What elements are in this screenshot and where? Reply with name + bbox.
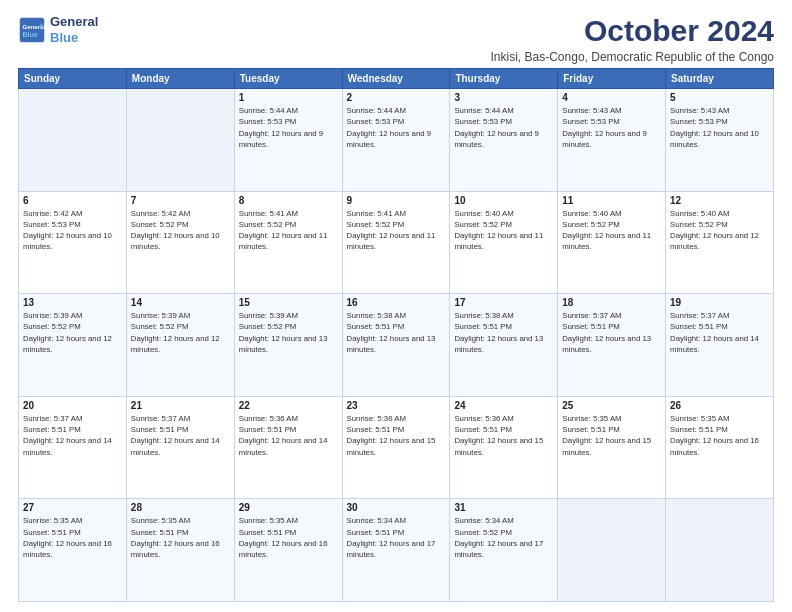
- day-info: Sunrise: 5:39 AMSunset: 5:52 PMDaylight:…: [131, 310, 230, 355]
- calendar-cell: 17Sunrise: 5:38 AMSunset: 5:51 PMDayligh…: [450, 294, 558, 397]
- day-number: 26: [670, 400, 769, 411]
- day-number: 10: [454, 195, 553, 206]
- calendar-cell: 6Sunrise: 5:42 AMSunset: 5:53 PMDaylight…: [19, 191, 127, 294]
- day-number: 22: [239, 400, 338, 411]
- day-number: 27: [23, 502, 122, 513]
- day-info: Sunrise: 5:42 AMSunset: 5:53 PMDaylight:…: [23, 208, 122, 253]
- calendar-cell: 8Sunrise: 5:41 AMSunset: 5:52 PMDaylight…: [234, 191, 342, 294]
- calendar-cell: 20Sunrise: 5:37 AMSunset: 5:51 PMDayligh…: [19, 396, 127, 499]
- day-info: Sunrise: 5:35 AMSunset: 5:51 PMDaylight:…: [131, 515, 230, 560]
- day-info: Sunrise: 5:41 AMSunset: 5:52 PMDaylight:…: [239, 208, 338, 253]
- logo: General Blue General Blue: [18, 14, 98, 45]
- day-info: Sunrise: 5:36 AMSunset: 5:51 PMDaylight:…: [239, 413, 338, 458]
- day-number: 2: [347, 92, 446, 103]
- calendar-cell: 7Sunrise: 5:42 AMSunset: 5:52 PMDaylight…: [126, 191, 234, 294]
- calendar-cell: 26Sunrise: 5:35 AMSunset: 5:51 PMDayligh…: [666, 396, 774, 499]
- day-info: Sunrise: 5:35 AMSunset: 5:51 PMDaylight:…: [239, 515, 338, 560]
- month-year: October 2024: [491, 14, 774, 48]
- day-number: 19: [670, 297, 769, 308]
- location: Inkisi, Bas-Congo, Democratic Republic o…: [491, 50, 774, 64]
- day-number: 3: [454, 92, 553, 103]
- day-info: Sunrise: 5:39 AMSunset: 5:52 PMDaylight:…: [239, 310, 338, 355]
- svg-text:Blue: Blue: [22, 31, 37, 38]
- calendar-cell: 9Sunrise: 5:41 AMSunset: 5:52 PMDaylight…: [342, 191, 450, 294]
- calendar-cell: [666, 499, 774, 602]
- day-number: 25: [562, 400, 661, 411]
- calendar-cell: 2Sunrise: 5:44 AMSunset: 5:53 PMDaylight…: [342, 89, 450, 192]
- day-info: Sunrise: 5:42 AMSunset: 5:52 PMDaylight:…: [131, 208, 230, 253]
- calendar-cell: 14Sunrise: 5:39 AMSunset: 5:52 PMDayligh…: [126, 294, 234, 397]
- calendar-cell: [19, 89, 127, 192]
- day-number: 5: [670, 92, 769, 103]
- day-info: Sunrise: 5:34 AMSunset: 5:52 PMDaylight:…: [454, 515, 553, 560]
- day-header-tuesday: Tuesday: [234, 69, 342, 89]
- calendar-cell: 21Sunrise: 5:37 AMSunset: 5:51 PMDayligh…: [126, 396, 234, 499]
- calendar-cell: 25Sunrise: 5:35 AMSunset: 5:51 PMDayligh…: [558, 396, 666, 499]
- day-info: Sunrise: 5:43 AMSunset: 5:53 PMDaylight:…: [562, 105, 661, 150]
- title-block: October 2024 Inkisi, Bas-Congo, Democrat…: [491, 14, 774, 64]
- day-number: 14: [131, 297, 230, 308]
- calendar-cell: 30Sunrise: 5:34 AMSunset: 5:51 PMDayligh…: [342, 499, 450, 602]
- day-info: Sunrise: 5:39 AMSunset: 5:52 PMDaylight:…: [23, 310, 122, 355]
- day-number: 11: [562, 195, 661, 206]
- calendar-cell: 22Sunrise: 5:36 AMSunset: 5:51 PMDayligh…: [234, 396, 342, 499]
- day-header-saturday: Saturday: [666, 69, 774, 89]
- calendar-cell: 5Sunrise: 5:43 AMSunset: 5:53 PMDaylight…: [666, 89, 774, 192]
- day-number: 16: [347, 297, 446, 308]
- calendar-cell: [558, 499, 666, 602]
- day-info: Sunrise: 5:38 AMSunset: 5:51 PMDaylight:…: [454, 310, 553, 355]
- day-info: Sunrise: 5:36 AMSunset: 5:51 PMDaylight:…: [347, 413, 446, 458]
- calendar-cell: 1Sunrise: 5:44 AMSunset: 5:53 PMDaylight…: [234, 89, 342, 192]
- calendar-cell: 31Sunrise: 5:34 AMSunset: 5:52 PMDayligh…: [450, 499, 558, 602]
- day-info: Sunrise: 5:44 AMSunset: 5:53 PMDaylight:…: [347, 105, 446, 150]
- day-info: Sunrise: 5:41 AMSunset: 5:52 PMDaylight:…: [347, 208, 446, 253]
- logo-text: General Blue: [50, 14, 98, 45]
- calendar-cell: 3Sunrise: 5:44 AMSunset: 5:53 PMDaylight…: [450, 89, 558, 192]
- day-info: Sunrise: 5:37 AMSunset: 5:51 PMDaylight:…: [23, 413, 122, 458]
- day-header-monday: Monday: [126, 69, 234, 89]
- day-number: 13: [23, 297, 122, 308]
- day-info: Sunrise: 5:37 AMSunset: 5:51 PMDaylight:…: [562, 310, 661, 355]
- calendar-cell: 11Sunrise: 5:40 AMSunset: 5:52 PMDayligh…: [558, 191, 666, 294]
- day-info: Sunrise: 5:37 AMSunset: 5:51 PMDaylight:…: [670, 310, 769, 355]
- calendar-cell: 16Sunrise: 5:38 AMSunset: 5:51 PMDayligh…: [342, 294, 450, 397]
- calendar-cell: 15Sunrise: 5:39 AMSunset: 5:52 PMDayligh…: [234, 294, 342, 397]
- logo-icon: General Blue: [18, 16, 46, 44]
- day-number: 20: [23, 400, 122, 411]
- calendar-cell: 4Sunrise: 5:43 AMSunset: 5:53 PMDaylight…: [558, 89, 666, 192]
- day-info: Sunrise: 5:44 AMSunset: 5:53 PMDaylight:…: [454, 105, 553, 150]
- day-number: 1: [239, 92, 338, 103]
- calendar-cell: 10Sunrise: 5:40 AMSunset: 5:52 PMDayligh…: [450, 191, 558, 294]
- day-header-wednesday: Wednesday: [342, 69, 450, 89]
- day-number: 4: [562, 92, 661, 103]
- day-info: Sunrise: 5:34 AMSunset: 5:51 PMDaylight:…: [347, 515, 446, 560]
- day-number: 12: [670, 195, 769, 206]
- day-info: Sunrise: 5:36 AMSunset: 5:51 PMDaylight:…: [454, 413, 553, 458]
- calendar-cell: 23Sunrise: 5:36 AMSunset: 5:51 PMDayligh…: [342, 396, 450, 499]
- day-header-sunday: Sunday: [19, 69, 127, 89]
- day-number: 28: [131, 502, 230, 513]
- day-header-thursday: Thursday: [450, 69, 558, 89]
- day-number: 15: [239, 297, 338, 308]
- day-info: Sunrise: 5:35 AMSunset: 5:51 PMDaylight:…: [670, 413, 769, 458]
- day-number: 7: [131, 195, 230, 206]
- calendar: SundayMondayTuesdayWednesdayThursdayFrid…: [18, 68, 774, 602]
- calendar-cell: 28Sunrise: 5:35 AMSunset: 5:51 PMDayligh…: [126, 499, 234, 602]
- day-number: 9: [347, 195, 446, 206]
- day-info: Sunrise: 5:44 AMSunset: 5:53 PMDaylight:…: [239, 105, 338, 150]
- day-number: 23: [347, 400, 446, 411]
- day-number: 30: [347, 502, 446, 513]
- day-info: Sunrise: 5:40 AMSunset: 5:52 PMDaylight:…: [562, 208, 661, 253]
- day-number: 21: [131, 400, 230, 411]
- day-number: 8: [239, 195, 338, 206]
- day-number: 6: [23, 195, 122, 206]
- calendar-cell: [126, 89, 234, 192]
- calendar-cell: 18Sunrise: 5:37 AMSunset: 5:51 PMDayligh…: [558, 294, 666, 397]
- calendar-cell: 13Sunrise: 5:39 AMSunset: 5:52 PMDayligh…: [19, 294, 127, 397]
- day-info: Sunrise: 5:38 AMSunset: 5:51 PMDaylight:…: [347, 310, 446, 355]
- day-info: Sunrise: 5:35 AMSunset: 5:51 PMDaylight:…: [23, 515, 122, 560]
- calendar-cell: 29Sunrise: 5:35 AMSunset: 5:51 PMDayligh…: [234, 499, 342, 602]
- calendar-cell: 27Sunrise: 5:35 AMSunset: 5:51 PMDayligh…: [19, 499, 127, 602]
- day-number: 17: [454, 297, 553, 308]
- day-number: 18: [562, 297, 661, 308]
